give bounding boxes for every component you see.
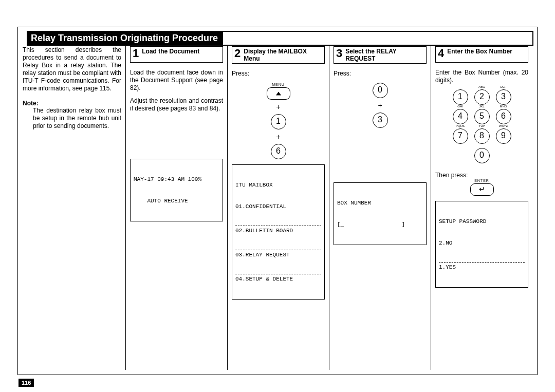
lcd-row: AUTO RECEIVE xyxy=(134,197,219,204)
numeric-keypad: 1 ABC2 DEF3 GHI4 JKL5 MNO6 PQRS7 TUV8 WX… xyxy=(450,89,514,167)
key-6[interactable]: 6 xyxy=(271,144,286,159)
step1-num: 1 xyxy=(133,48,139,59)
lcd-row: [_ ] xyxy=(337,221,423,228)
keypad-key[interactable]: 9 xyxy=(496,128,511,144)
keypad-key[interactable]: 7 xyxy=(453,128,468,144)
page-number: 116 xyxy=(18,379,34,387)
key-sublabel: PQRS xyxy=(450,124,471,127)
plus-icon: + xyxy=(232,103,325,111)
plus-icon: + xyxy=(232,133,325,141)
step2-column: 2 Display the MAILBOX Menu Press: MENU +… xyxy=(227,46,329,370)
keypad-key[interactable]: 3 xyxy=(496,89,511,105)
key-1[interactable]: 1 xyxy=(271,114,286,129)
lcd-row: 02.BULLETIN BOARD xyxy=(235,226,321,234)
lcd-row: ITU MAILBOX xyxy=(235,181,321,189)
columns: This section describes the procedures to… xyxy=(18,46,534,370)
step2-lcd: ITU MAILBOX 01.CONFIDENTIAL 02.BULLETIN … xyxy=(232,164,325,300)
lcd-row: 1.YES xyxy=(439,262,525,271)
step3-column: 3 Select the RELAY REQUEST Press: 0 + 3 … xyxy=(329,46,431,370)
key-sublabel: ABC xyxy=(471,85,493,88)
step4-num: 4 xyxy=(438,48,444,59)
plus-icon: + xyxy=(334,101,427,109)
keypad-key[interactable]: 2 xyxy=(474,89,490,105)
step1-head: 1 Load the Document xyxy=(130,46,223,63)
step4-column: 4 Enter the Box Number Enter the Box Num… xyxy=(431,46,532,370)
step2-num: 2 xyxy=(234,48,240,59)
step1-title: Load the Document xyxy=(142,48,199,55)
step3-title: Select the RELAY REQUEST xyxy=(345,48,424,62)
menu-up-button[interactable] xyxy=(267,87,290,100)
key-sublabel: DEF xyxy=(493,85,514,88)
lcd-row: BOX NUMBER xyxy=(337,199,423,207)
step1-p2: Adjust the resolution and contrast if de… xyxy=(130,97,223,113)
keypad-key[interactable]: 0 xyxy=(474,148,490,163)
keypad-key[interactable]: 4 xyxy=(453,109,468,124)
note-body: The destination relay box must be setup … xyxy=(33,107,121,130)
key-sublabel: MNO xyxy=(493,105,514,108)
keypad-key[interactable]: 1 xyxy=(453,89,468,105)
step3-press: Press: xyxy=(334,70,427,78)
step1-lcd: MAY-17 09:43 AM 100% AUTO RECEIVE xyxy=(130,159,223,221)
enter-button[interactable]: ↵ xyxy=(470,183,494,196)
step3-head: 3 Select the RELAY REQUEST xyxy=(334,46,427,64)
key-0[interactable]: 0 xyxy=(373,83,388,98)
keypad-key[interactable]: 5 xyxy=(474,109,490,124)
note-block: Note: The destination relay box must be … xyxy=(23,100,121,130)
enter-icon: ↵ xyxy=(479,185,485,193)
key-3[interactable]: 3 xyxy=(373,113,388,128)
step2-title: Display the MAILBOX Menu xyxy=(244,48,322,62)
key-sublabel: JKL xyxy=(471,105,493,108)
title-band: Relay Transmission Originating Procedure xyxy=(27,31,533,46)
then-press: Then press: xyxy=(435,172,528,179)
lcd-row: 01.CONFIDENTIAL xyxy=(235,203,321,210)
lcd-row: 03.RELAY REQUEST xyxy=(235,250,321,258)
step2-head: 2 Display the MAILBOX Menu xyxy=(232,46,325,64)
menu-label: MENU xyxy=(232,83,325,86)
key-sublabel: TUV xyxy=(471,124,493,127)
step1-column: 1 Load the Document Load the document fa… xyxy=(125,46,227,370)
page-title: Relay Transmission Originating Procedure xyxy=(28,32,223,45)
lcd-row: SETUP PASSWORD xyxy=(439,218,525,225)
key-sublabel: GHI xyxy=(450,105,471,108)
note-label: Note: xyxy=(23,100,39,107)
step3-lcd: BOX NUMBER [_ ] xyxy=(334,182,427,245)
step4-p1: Enter the Box Number (max. 20 digits). xyxy=(435,69,528,84)
step3-num: 3 xyxy=(336,48,342,59)
up-triangle-icon xyxy=(276,92,281,96)
enter-label: ENTER xyxy=(435,179,528,182)
step4-lcd: SETUP PASSWORD 2.NO 1.YES xyxy=(435,201,528,288)
intro-column: This section describes the procedures to… xyxy=(18,46,125,370)
step4-title: Enter the Box Number xyxy=(447,48,512,55)
lcd-row: MAY-17 09:43 AM 100% xyxy=(134,176,219,183)
lcd-row: 2.NO xyxy=(439,239,525,247)
key-sublabel: WXYZ xyxy=(493,124,514,127)
keypad-key[interactable]: 8 xyxy=(474,128,490,144)
intro-text: This section describes the procedures to… xyxy=(23,46,121,92)
step2-press: Press: xyxy=(232,70,325,78)
step1-p1: Load the document face down in the Docum… xyxy=(130,69,223,92)
step4-head: 4 Enter the Box Number xyxy=(435,46,528,63)
keypad-key[interactable]: 6 xyxy=(496,109,511,124)
lcd-row: 04.SETUP & DELETE xyxy=(235,274,321,283)
